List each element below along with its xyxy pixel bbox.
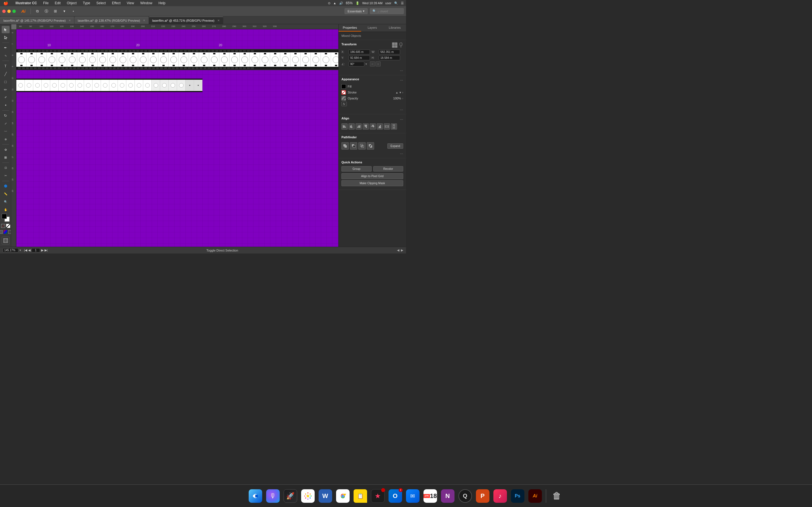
stroke-down-btn[interactable]: ▼ [399, 91, 402, 94]
stroke-up-btn[interactable]: ▲ [396, 91, 398, 94]
stroke-swatch[interactable] [342, 90, 346, 95]
align-bottom-btn[interactable] [377, 123, 383, 129]
stroke-arrow-btn[interactable]: › [402, 91, 403, 94]
tab-3[interactable]: laserfilm.ai* @ 453.71% (RGB/GPU Preview… [149, 17, 223, 24]
dist-h-btn[interactable] [384, 123, 390, 129]
align-pixel-button[interactable]: Align to Pixel Grid [342, 173, 403, 179]
h-input[interactable] [379, 55, 400, 60]
transform-grid-icon[interactable] [392, 42, 398, 48]
menu-effect[interactable]: Effect [111, 1, 121, 6]
hand-tool[interactable]: ✋ [2, 206, 10, 213]
zoom-dropdown[interactable]: ▾ [19, 248, 21, 252]
flip-v-btn[interactable]: ↕ [375, 61, 380, 66]
fill-box[interactable] [2, 214, 7, 219]
menu-view[interactable]: View [126, 1, 135, 6]
menu-select[interactable]: Select [95, 1, 107, 6]
apple-menu[interactable]: 🍎 [2, 0, 9, 6]
tab-properties[interactable]: Properties [339, 24, 361, 32]
text-tool[interactable]: T [2, 62, 10, 69]
tab-2-close[interactable]: ✕ [143, 19, 145, 22]
dist-v-btn[interactable] [391, 123, 397, 129]
zoom-tool[interactable]: 🔍 [2, 198, 10, 205]
artboards-btn[interactable] [2, 237, 10, 244]
tab-2[interactable]: laserfilm.ai* @ 138.47% (RGB/GPU Preview… [74, 17, 149, 24]
recolor-button[interactable]: Recolor [373, 166, 403, 172]
width-tool[interactable]: ⊕ [2, 135, 10, 143]
rect-tool[interactable]: □ [2, 78, 10, 86]
flip-h-btn[interactable]: ↔ [370, 61, 375, 66]
pathfinder-more-btn[interactable]: ··· [400, 151, 403, 156]
align-more-btn[interactable]: ··· [400, 117, 403, 121]
minimize-window-btn[interactable] [7, 10, 11, 13]
prev-artboard-btn[interactable]: ◀ [28, 248, 31, 252]
curvature-tool[interactable]: ∿ [2, 52, 10, 59]
align-center-v-btn[interactable] [370, 123, 376, 129]
eyedropper-tool[interactable]: 🔵 [2, 182, 10, 190]
angle-input[interactable] [349, 62, 364, 66]
close-window-btn[interactable] [2, 10, 6, 13]
scale-tool[interactable]: ⤢ [2, 120, 10, 127]
maximize-window-btn[interactable] [12, 10, 16, 13]
rotate-tool[interactable]: ↻ [2, 112, 10, 119]
tab-libraries[interactable]: Libraries [384, 24, 406, 32]
x-input[interactable] [349, 50, 370, 54]
menu-window[interactable]: Window [139, 1, 153, 6]
line-tool[interactable]: ╱ [2, 70, 10, 77]
zoom-input[interactable] [3, 248, 18, 252]
tab-layers[interactable]: Layers [361, 24, 384, 32]
selection-tool[interactable] [2, 26, 10, 33]
prev-btn[interactable]: ◀ [397, 248, 399, 252]
intersect-btn[interactable] [358, 142, 366, 150]
tab-1[interactable]: laserfilm.ai* @ 145.17% (RGB/GPU Preview… [0, 17, 74, 24]
clipping-mask-button[interactable]: Make Clipping Mask [342, 180, 403, 186]
direct-selection-tool[interactable] [2, 34, 10, 41]
frame-tool-btn[interactable]: ⊞ [52, 8, 59, 15]
appearance-more-btn-2[interactable]: ··· [400, 107, 403, 112]
column-graph-tool[interactable]: ▦ [2, 154, 10, 161]
fill-swatch[interactable] [342, 84, 346, 89]
app-name[interactable]: Illustrator CC [14, 1, 38, 6]
align-left-btn[interactable] [342, 123, 348, 129]
pencil-tool[interactable]: ✐ [2, 94, 10, 101]
paintbrush-tool[interactable]: ✏ [2, 86, 10, 93]
essentials-button[interactable]: Essentials ▾ [345, 8, 368, 14]
exclude-btn[interactable] [367, 142, 374, 150]
symbol-tool-btn[interactable]: Ⓢ [43, 8, 50, 15]
search-icon[interactable]: 🔍 [394, 1, 398, 5]
tab-3-close[interactable]: ✕ [217, 19, 220, 22]
warp-tool[interactable]: 〰 [2, 128, 10, 135]
w-input[interactable] [379, 50, 400, 54]
angle-dropdown[interactable]: ▾ [365, 62, 367, 66]
dropdown-tool-btn[interactable]: ▾ [61, 8, 68, 15]
measure-tool[interactable]: 📏 [2, 190, 10, 198]
menu-file[interactable]: File [42, 1, 50, 6]
none-swatch[interactable] [1, 224, 5, 228]
constrain-icon[interactable] [399, 42, 403, 48]
expand-button[interactable]: Expand [388, 144, 403, 149]
align-center-h-btn[interactable] [349, 123, 355, 129]
first-artboard-btn[interactable]: |◀ [24, 248, 27, 252]
align-right-btn[interactable] [356, 123, 362, 129]
menu-edit[interactable]: Edit [54, 1, 62, 6]
gradient-swatch[interactable] [6, 224, 10, 228]
slice-tool[interactable]: ✂ [2, 172, 10, 179]
canvas-area[interactable]: 80 90 100 110 120 130 140 150 160 170 18… [11, 24, 338, 247]
artboard-input[interactable] [32, 248, 40, 252]
group-button[interactable]: Group [342, 166, 371, 172]
shaper-tool[interactable]: ✦ [2, 102, 10, 109]
spectrum-btn[interactable] [4, 230, 7, 234]
none-btn[interactable] [8, 230, 11, 234]
next-btn[interactable]: ▶ [401, 248, 403, 252]
magic-wand-btn[interactable]: ⋆ [70, 8, 77, 15]
menu-help[interactable]: Help [157, 1, 167, 6]
minus-front-btn[interactable] [350, 142, 357, 150]
menu-type[interactable]: Type [82, 1, 91, 6]
color-mode-btn[interactable] [0, 230, 3, 234]
next-artboard-btn[interactable]: ▶ [41, 248, 43, 252]
canvas-content[interactable]: 10 20 20 [16, 29, 338, 247]
unite-btn[interactable] [342, 142, 349, 150]
transform-more-btn[interactable]: ··· [400, 68, 403, 73]
symbol-tool[interactable]: ✿ [2, 146, 10, 153]
tab-1-close[interactable]: ✕ [68, 19, 71, 22]
menu-object[interactable]: Object [66, 1, 78, 6]
